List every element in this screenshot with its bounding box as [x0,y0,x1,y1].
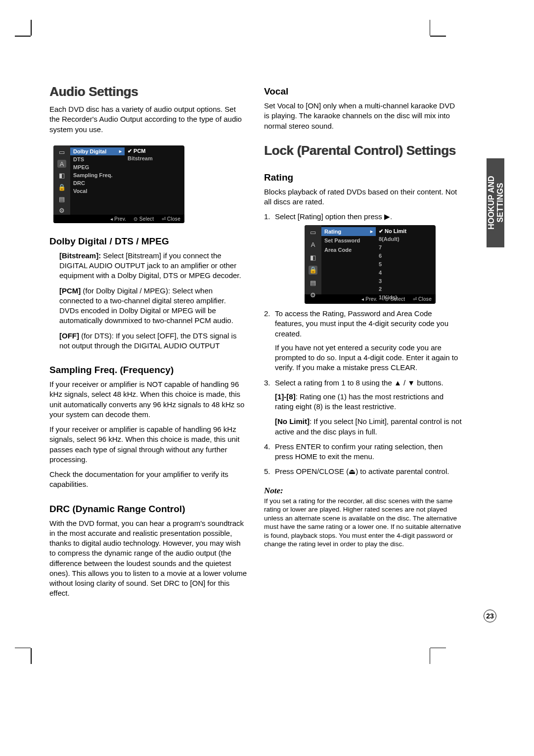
osd-option: 3 [379,277,433,285]
para: If your receiver or amplifier is capable… [49,425,247,465]
osd-menu-item: Area Code [321,245,376,255]
section-tab-line2: SETTINGS [495,176,504,230]
heading-dolby: Dolby Digital / DTS / MPEG [49,236,247,247]
osd-menu-item: Set Password [321,236,376,245]
tv-icon: ▭ [57,148,66,156]
para: Blocks playback of rated DVDs based on t… [264,187,462,207]
para: Check the documentation for your amplifi… [49,470,247,490]
osd-menu-item: DRC [70,179,125,187]
lock-icon: 🔒 [57,184,66,191]
osd-icon-column: ▭ A ◧ 🔒 ▤ ⚙ [305,225,321,294]
para: If your receiver or amplifier is NOT cap… [49,379,247,420]
disc-icon: ◧ [57,172,66,180]
crop-mark [430,20,431,36]
page-number: 23 [484,610,496,622]
para: [Bitstream]: Select [Bitstream] if you c… [59,251,247,281]
crop-mark [31,648,32,664]
para: [PCM] (for Dolby Digital / MPEG): Select… [59,286,247,326]
crop-mark [430,648,431,664]
osd-menu-item: Vocal [70,187,125,195]
audio-intro: Each DVD disc has a variety of audio out… [49,104,247,135]
section-tab-line1: HOOKUP AND [487,176,495,230]
section-tab: HOOKUP AND SETTINGS [487,158,504,247]
step: Select [Rating] option then press ▶. ▭ A… [264,212,462,304]
heading-sampling: Sampling Freq. (Frequency) [49,365,247,376]
audio-icon: A [57,160,66,168]
osd-option: No Limit [379,227,433,236]
para: [OFF] (for DTS): If you select [OFF], th… [59,331,247,351]
tv-icon: ▭ [309,228,317,237]
osd-option: 8(Adult) [379,235,433,243]
gear-icon: ⚙ [309,291,317,300]
osd-footer: ◂ Prev. ⊙ Select ⏎ Close [53,215,184,223]
osd-option-list: PCM Bitstream [125,145,184,215]
osd-lock-menu: ▭ A ◧ 🔒 ▤ ⚙ Rating▸ Set Password Area Co… [305,225,436,304]
rating-steps: Select [Rating] option then press ▶. ▭ A… [264,212,462,481]
para: [1]-[8]: Rating one (1) has the most res… [275,392,462,412]
osd-menu-item: DTS [70,155,125,163]
osd-menu-list: Rating▸ Set Password Area Code [321,225,376,294]
heading-rating: Rating [264,172,462,183]
gear-icon: ⚙ [57,207,66,215]
step: To access the Rating, Password and Area … [264,309,462,373]
crop-mark [31,20,32,36]
osd-audio-menu: ▭ A ◧ 🔒 ▤ ⚙ Dolby Digital▸ DTS MPEG Samp… [53,145,184,223]
osd-footer: ◂ Prev. ⊙ Select ⏎ Close [305,294,436,304]
heading-drc: DRC (Dynamic Range Control) [49,504,247,515]
lock-icon: 🔒 [309,266,317,275]
osd-menu-item: Dolby Digital▸ [70,147,125,155]
osd-menu-list: Dolby Digital▸ DTS MPEG Sampling Freq. D… [70,145,125,215]
osd-option: 7 [379,243,433,252]
para: [No Limit]: If you select [No Limit], pa… [275,417,462,437]
osd-option: 6 [379,252,433,260]
record-icon: ▤ [309,279,317,287]
para: Set Vocal to [ON] only when a multi-chan… [264,101,462,131]
disc-icon: ◧ [309,253,317,262]
right-column: Vocal Set Vocal to [ON] only when a mult… [264,84,462,604]
osd-option: 5 [379,260,433,269]
note-text: If you set a rating for the recorder, al… [264,497,462,549]
osd-menu-item: Sampling Freq. [70,171,125,179]
crop-mark [430,648,446,649]
record-icon: ▤ [57,195,66,203]
step: Press OPEN/CLOSE (⏏) to activate parenta… [264,467,462,476]
para: With the DVD format, you can hear a prog… [49,519,247,599]
osd-option: 2 [379,285,433,293]
page: HOOKUP AND SETTINGS Audio Settings Each … [0,0,534,756]
step: Select a rating from 1 to 8 using the ▲ … [264,378,462,437]
crop-mark [15,36,31,37]
left-column: Audio Settings Each DVD disc has a varie… [49,84,247,604]
osd-option: 4 [379,269,433,277]
audio-icon: A [309,240,317,249]
note-heading: Note: [264,486,462,496]
heading-lock-settings: Lock (Parental Control) Settings [264,143,462,158]
osd-icon-column: ▭ A ◧ 🔒 ▤ ⚙ [53,145,70,215]
osd-option: Bitstream [128,155,181,162]
para: If you have not yet entered a security c… [275,343,462,373]
osd-menu-item: MPEG [70,163,125,171]
osd-option: PCM [128,147,181,155]
crop-mark [430,36,446,37]
step: Press ENTER to confirm your rating selec… [264,442,462,462]
heading-audio-settings: Audio Settings [49,84,247,99]
crop-mark [15,648,31,649]
heading-vocal: Vocal [264,86,462,97]
osd-option-list: No Limit 8(Adult) 7 6 5 4 3 2 1(Kids) [376,225,436,294]
osd-menu-item: Rating▸ [321,227,376,236]
